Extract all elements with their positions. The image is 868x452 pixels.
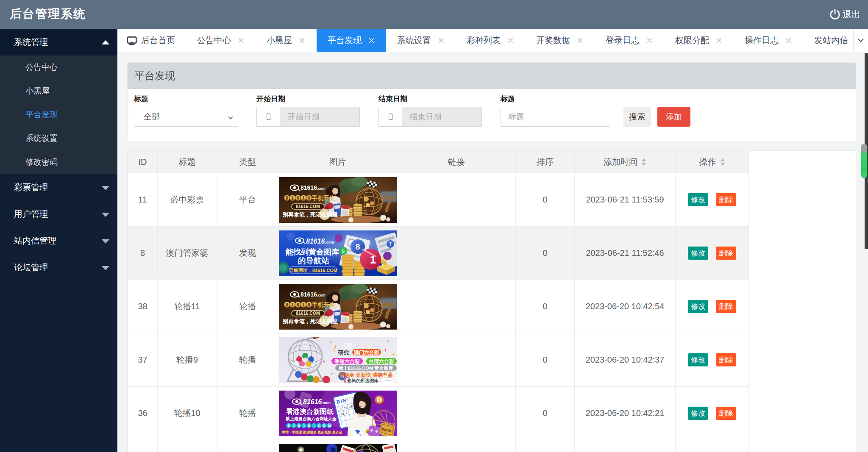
close-icon[interactable] — [298, 37, 306, 44]
tab-home[interactable]: 后台首页 — [117, 29, 186, 52]
col-header-type[interactable]: 类型 — [217, 151, 278, 173]
cell-order: 0 — [516, 333, 575, 387]
caret-down-icon — [102, 186, 109, 190]
cell-time: 2023-06-20 10:42:54 — [575, 280, 676, 333]
col-header-order[interactable]: 排序 — [516, 151, 575, 173]
title-input[interactable] — [501, 107, 610, 127]
edit-button[interactable]: 修改 — [688, 247, 708, 260]
banner-image-dark — [279, 444, 397, 452]
col-header-image[interactable]: 图片 — [278, 151, 397, 173]
col-header-title[interactable]: 标题 — [158, 151, 217, 173]
cell-actions: 修改删除 — [676, 280, 749, 333]
cell-image — [278, 440, 397, 452]
tab-login-log[interactable]: 登录日志 — [595, 29, 664, 52]
cell-image — [278, 173, 397, 227]
sidebar-submenu: 公告中心 小黑屋 平台发现 系统设置 修改密码 — [0, 55, 117, 174]
close-icon[interactable] — [646, 37, 653, 44]
caret-down-icon — [102, 213, 109, 217]
tab-draw-data[interactable]: 开奖数据 — [525, 29, 595, 52]
tab-label: 操作日志 — [745, 35, 779, 46]
cell-image — [278, 280, 397, 333]
cell-image — [278, 227, 397, 280]
close-icon[interactable] — [576, 37, 584, 44]
edit-button[interactable]: 修改 — [688, 353, 708, 366]
app-window: 后台管理系统 退出 系统管理 公告中心 小黑屋 平台发现 系统设置 修改密码 彩… — [0, 0, 868, 452]
delete-button[interactable]: 删除 — [716, 247, 736, 260]
delete-button[interactable]: 删除 — [716, 193, 736, 206]
sidebar-group-messages[interactable]: 站内信管理 — [0, 227, 117, 254]
cell-type: 轮播 — [217, 333, 278, 387]
tab-lottery-list[interactable]: 彩种列表 — [456, 29, 525, 52]
col-header-actions[interactable]: 操作 — [676, 151, 749, 173]
cell-link — [397, 387, 516, 440]
cell-title: 轮播9 — [158, 333, 217, 387]
cell-link — [397, 227, 516, 280]
delete-button[interactable]: 删除 — [716, 300, 736, 313]
edit-button[interactable]: 修改 — [688, 300, 708, 313]
sidebar-group-forum[interactable]: 论坛管理 — [0, 254, 117, 281]
cell-image — [278, 387, 397, 440]
sidebar-group-lottery[interactable]: 彩票管理 — [0, 174, 117, 201]
tab-more-button[interactable] — [853, 29, 868, 52]
tab-blackroom[interactable]: 小黑屋 — [256, 29, 317, 52]
sort-icon[interactable] — [720, 158, 725, 166]
table-row: 37 轮播9 轮播 0 2023-06-20 10:42:37 修改删除 — [128, 333, 749, 387]
sidebar-item-blackroom[interactable]: 小黑屋 — [0, 79, 117, 103]
sidebar-group-label: 论坛管理 — [14, 263, 48, 272]
delete-button[interactable]: 删除 — [716, 353, 736, 366]
logout-button[interactable]: 退出 — [829, 6, 860, 23]
chevron-down-icon — [857, 36, 865, 44]
tab-label: 彩种列表 — [467, 35, 501, 46]
sort-icon[interactable] — [641, 158, 646, 166]
sidebar-item-platform-discovery[interactable]: 平台发现 — [0, 103, 117, 127]
edit-button[interactable]: 修改 — [688, 407, 708, 420]
cell-type — [217, 440, 278, 452]
edit-button[interactable]: 修改 — [688, 193, 708, 206]
sidebar-item-system-settings[interactable]: 系统设置 — [0, 127, 117, 150]
tab-operation-log[interactable]: 操作日志 — [734, 29, 803, 52]
tab-label: 开奖数据 — [536, 35, 570, 46]
table-header-row: ID 标题 类型 图片 链接 排序 添加时间 操作 — [128, 151, 749, 173]
close-icon[interactable] — [437, 37, 445, 44]
sidebar-group-system[interactable]: 系统管理 — [0, 29, 117, 55]
sidebar-item-label: 修改密码 — [25, 158, 58, 166]
tab-permissions[interactable]: 权限分配 — [664, 29, 734, 52]
tab-system-settings[interactable]: 系统设置 — [386, 29, 456, 52]
start-date-input[interactable]: 开始日期 — [256, 107, 360, 127]
delete-button[interactable]: 删除 — [716, 407, 736, 420]
close-icon[interactable] — [715, 37, 723, 44]
col-header-id[interactable]: ID — [128, 151, 158, 173]
end-date-input[interactable]: 结束日期 — [378, 107, 482, 127]
close-icon[interactable] — [368, 37, 375, 44]
close-icon[interactable] — [507, 37, 514, 44]
tab-bar: 后台首页 公告中心 小黑屋 平台发现 系统设置 彩种列表 — [117, 29, 868, 52]
caret-down-icon — [102, 266, 109, 270]
cell-id: 38 — [128, 280, 158, 333]
sidebar-group-label: 用户管理 — [14, 209, 48, 219]
type-select[interactable]: 全部 — [134, 107, 238, 127]
col-header-time[interactable]: 添加时间 — [575, 151, 676, 173]
table-row: 8 澳门管家婆 发现 0 2023-06-21 11:52:46 修改删除 — [128, 227, 749, 280]
sidebar: 系统管理 公告中心 小黑屋 平台发现 系统设置 修改密码 彩票管理 用户管理 站… — [0, 29, 117, 452]
tab-send-message[interactable]: 发站内信 — [803, 29, 853, 52]
cell-link — [397, 280, 516, 333]
close-icon[interactable] — [785, 37, 792, 44]
search-button[interactable]: 搜索 — [623, 107, 651, 127]
sidebar-item-label: 系统设置 — [25, 134, 58, 143]
tab-label: 小黑屋 — [267, 35, 292, 46]
tab-label: 系统设置 — [397, 35, 431, 46]
add-button[interactable]: 添加 — [657, 107, 690, 127]
tab-platform-discovery[interactable]: 平台发现 — [317, 29, 386, 52]
tab-announcements[interactable]: 公告中心 — [186, 29, 256, 52]
sidebar-item-change-password[interactable]: 修改密码 — [0, 150, 117, 174]
scrollbar-thumb[interactable] — [861, 144, 867, 178]
tab-label: 登录日志 — [606, 35, 640, 46]
cell-order: 0 — [516, 173, 575, 227]
col-header-link[interactable]: 链接 — [397, 151, 516, 173]
sidebar-item-announcements[interactable]: 公告中心 — [0, 55, 117, 79]
table-row — [128, 440, 749, 452]
sidebar-group-users[interactable]: 用户管理 — [0, 201, 117, 227]
close-icon[interactable] — [237, 37, 245, 44]
cell-order: 0 — [516, 280, 575, 333]
cell-actions: 修改删除 — [676, 387, 749, 440]
